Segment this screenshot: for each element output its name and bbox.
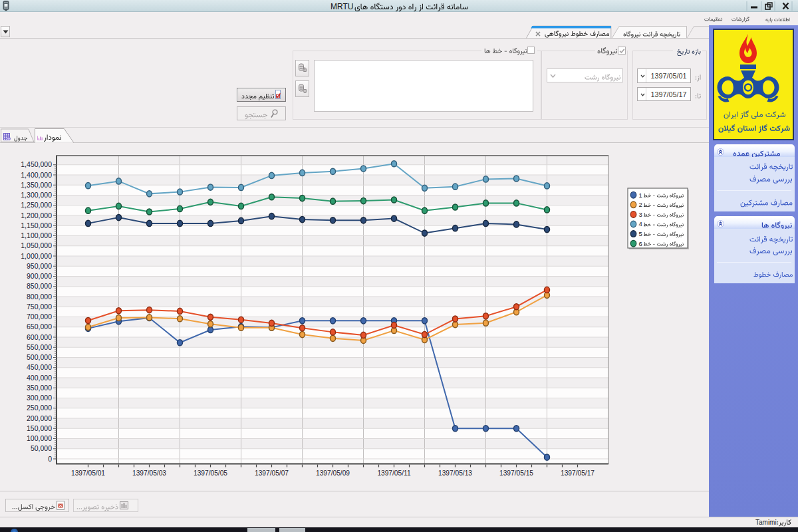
svg-text:1: 1 xyxy=(639,192,642,199)
svg-text:400,000: 400,000 xyxy=(27,374,52,382)
svg-text:1397/05/05: 1397/05/05 xyxy=(194,469,227,477)
svg-text:1,050,000: 1,050,000 xyxy=(21,241,52,249)
svg-text:550,000: 550,000 xyxy=(27,343,52,351)
svg-text:100,000: 100,000 xyxy=(27,434,52,442)
svg-text:1,100,000: 1,100,000 xyxy=(21,231,52,239)
svg-text:500,000: 500,000 xyxy=(27,353,52,361)
svg-text:850,000: 850,000 xyxy=(27,282,52,290)
svg-text:50,000: 50,000 xyxy=(31,444,52,452)
svg-text:1,200,000: 1,200,000 xyxy=(21,211,52,219)
svg-text:750,000: 750,000 xyxy=(27,303,52,311)
svg-text:700,000: 700,000 xyxy=(27,313,52,321)
svg-text:1397/05/17: 1397/05/17 xyxy=(561,469,595,477)
svg-text:1397/05/09: 1397/05/09 xyxy=(316,469,350,477)
svg-text:350,000: 350,000 xyxy=(27,384,52,392)
svg-text:1,450,000: 1,450,000 xyxy=(21,160,52,168)
svg-text:0: 0 xyxy=(48,455,52,463)
svg-text:3: 3 xyxy=(639,211,642,218)
svg-text:650,000: 650,000 xyxy=(27,323,52,331)
svg-text:2: 2 xyxy=(639,201,642,208)
svg-text:4: 4 xyxy=(639,220,642,227)
svg-text:1,400,000: 1,400,000 xyxy=(21,171,52,179)
svg-text:5: 5 xyxy=(639,230,642,237)
svg-text:1397/05/11: 1397/05/11 xyxy=(377,469,411,477)
svg-text:900,000: 900,000 xyxy=(27,272,52,280)
svg-text:1397/05/07: 1397/05/07 xyxy=(255,469,289,477)
svg-text:600,000: 600,000 xyxy=(27,333,52,341)
svg-text:1,000,000: 1,000,000 xyxy=(21,252,52,260)
svg-text:150,000: 150,000 xyxy=(27,424,52,432)
svg-text:1,250,000: 1,250,000 xyxy=(21,201,52,209)
svg-text:1397/05/13: 1397/05/13 xyxy=(438,469,472,477)
svg-text:1,300,000: 1,300,000 xyxy=(21,191,52,199)
svg-text:1,150,000: 1,150,000 xyxy=(21,221,52,229)
svg-text:800,000: 800,000 xyxy=(27,293,52,301)
svg-text:1397/05/01: 1397/05/01 xyxy=(71,469,105,477)
svg-text:6: 6 xyxy=(639,240,642,247)
svg-text:450,000: 450,000 xyxy=(27,363,52,371)
svg-text:250,000: 250,000 xyxy=(27,404,52,412)
svg-text:950,000: 950,000 xyxy=(27,262,52,270)
svg-text:200,000: 200,000 xyxy=(27,414,52,422)
svg-text:1,350,000: 1,350,000 xyxy=(21,181,52,189)
svg-text:300,000: 300,000 xyxy=(27,394,52,402)
svg-text:1397/05/15: 1397/05/15 xyxy=(499,469,533,477)
svg-text:1397/05/03: 1397/05/03 xyxy=(132,469,166,477)
